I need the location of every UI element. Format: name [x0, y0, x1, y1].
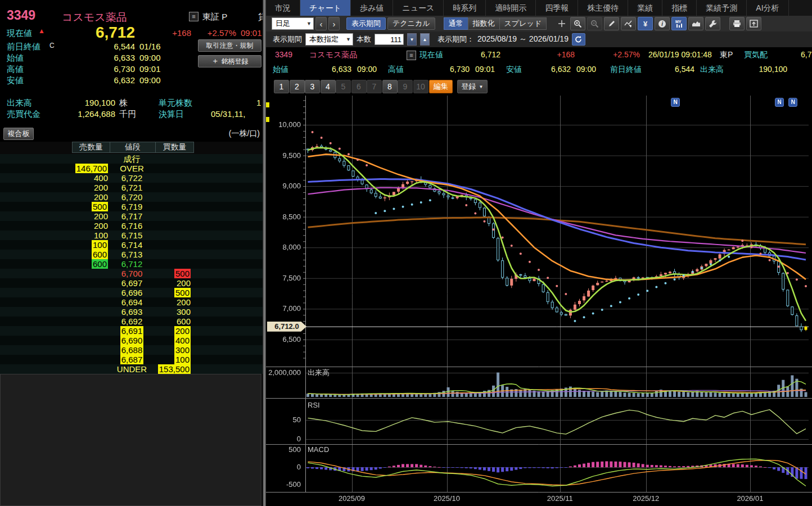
price-cell[interactable]: 6,687 — [108, 355, 156, 364]
book-row[interactable]: 6,692600 — [0, 317, 263, 326]
chart-page-5[interactable]: 5 — [336, 80, 351, 93]
book-row[interactable]: UNDER153,500 — [0, 364, 263, 374]
book-row[interactable]: 6,694200 — [0, 297, 263, 307]
tab-indicator[interactable]: 指標 — [662, 0, 697, 16]
composite-board-button[interactable]: 複合板 — [3, 128, 34, 140]
buy-qty-cell[interactable]: 300 — [156, 307, 191, 317]
count-up-button[interactable]: ▲ — [420, 33, 430, 46]
price-cell[interactable]: 成行 — [108, 154, 156, 164]
technical-button[interactable]: テクニカル — [387, 17, 435, 30]
price-cell[interactable]: 6,714 — [108, 240, 156, 250]
book-row[interactable]: 4006,722 — [0, 173, 263, 183]
area-chart-button[interactable] — [688, 17, 703, 30]
print-button[interactable] — [729, 17, 745, 30]
register-button[interactable]: 登録 ▼ — [457, 80, 488, 93]
buy-qty-cell[interactable]: 200 — [156, 297, 191, 307]
price-cell[interactable]: 6,717 — [108, 211, 156, 221]
buy-qty-cell[interactable]: 200 — [156, 278, 191, 288]
indexed-mode-button[interactable]: 指数化 — [468, 17, 500, 30]
count-down-button[interactable]: ▼ — [407, 33, 417, 46]
count-mode-select[interactable]: 本数指定 ▼ — [305, 33, 353, 46]
book-row[interactable]: 6,693300 — [0, 307, 263, 317]
book-row[interactable]: 6,691200 — [0, 326, 263, 336]
price-cell[interactable]: UNDER — [108, 364, 156, 374]
display-period-button[interactable]: 表示期間 — [346, 17, 386, 30]
news-marker[interactable]: N — [775, 98, 784, 107]
tab-results[interactable]: 業績 — [628, 0, 662, 16]
chart-page-7[interactable]: 7 — [367, 80, 382, 93]
price-cell[interactable]: OVER — [108, 164, 156, 173]
news-marker[interactable]: N — [788, 98, 797, 107]
next-button[interactable]: › — [328, 17, 340, 30]
prev-button[interactable]: ‹ — [315, 17, 327, 30]
price-cell[interactable]: 6,694 — [108, 297, 156, 307]
tab-ai-analysis[interactable]: AI分析 — [747, 0, 788, 16]
chart-page-1[interactable]: 1 — [274, 80, 289, 93]
book-row[interactable]: 6,690400 — [0, 336, 263, 345]
buy-qty-cell[interactable]: 600 — [156, 317, 191, 326]
zoom-out-button[interactable] — [587, 17, 602, 30]
sell-qty-cell[interactable]: 100 — [0, 231, 108, 240]
tab-results-forecast[interactable]: 業績予測 — [697, 0, 747, 16]
book-row[interactable]: 1006,714 — [0, 240, 263, 250]
trading-caution-button[interactable]: 取引注意・規制 — [198, 39, 261, 52]
sell-qty-cell[interactable]: 200 — [0, 211, 108, 221]
chart-page-3[interactable]: 3 — [305, 80, 320, 93]
book-row[interactable]: 2006,717 — [0, 211, 263, 221]
book-row[interactable]: 2006,716 — [0, 221, 263, 231]
normal-mode-button[interactable]: 通常 — [444, 17, 468, 30]
trendline-button[interactable] — [621, 17, 636, 30]
buy-qty-cell[interactable]: 300 — [156, 345, 191, 355]
tab-tick[interactable]: 歩み値 — [351, 0, 393, 16]
popout-button[interactable] — [746, 17, 761, 30]
buy-qty-cell[interactable]: 153,500 — [156, 364, 191, 374]
book-row[interactable]: 2006,721 — [0, 183, 263, 192]
tab-shareholder-benefit[interactable]: 株主優待 — [578, 0, 628, 16]
edit-button[interactable]: 編集 — [429, 80, 453, 93]
price-cell[interactable]: 6,700 — [108, 269, 156, 278]
price-cell[interactable]: 6,696 — [108, 288, 156, 297]
price-cell[interactable]: 6,690 — [108, 336, 156, 345]
sell-qty-cell[interactable]: 146,700 — [0, 164, 108, 173]
book-row[interactable]: 6,700500 — [0, 269, 263, 278]
tab-news[interactable]: ニュース — [393, 0, 444, 16]
sell-qty-cell[interactable]: 200 — [0, 192, 108, 202]
price-cell[interactable]: 6,716 — [108, 221, 156, 231]
price-cell[interactable]: 6,715 — [108, 231, 156, 240]
book-row[interactable]: 6,697200 — [0, 278, 263, 288]
book-row[interactable]: 6,688300 — [0, 345, 263, 355]
price-cell[interactable]: 6,721 — [108, 183, 156, 192]
buy-qty-cell[interactable]: 500 — [156, 288, 191, 297]
chart-page-10[interactable]: 10 — [413, 80, 428, 93]
sell-qty-cell[interactable]: 100 — [0, 240, 108, 250]
price-cell[interactable]: 6,697 — [108, 278, 156, 288]
yen-scale-button[interactable]: ¥ — [638, 17, 653, 30]
chart-page-2[interactable]: 2 — [290, 80, 305, 93]
spread-mode-button[interactable]: スプレッド — [499, 17, 547, 30]
buy-qty-cell[interactable]: 400 — [156, 336, 191, 345]
price-cell[interactable]: 6,713 — [108, 250, 156, 259]
sell-qty-cell[interactable]: 200 — [0, 183, 108, 192]
tab-market[interactable]: 市況 — [266, 0, 300, 16]
book-row[interactable]: 2006,720 — [0, 192, 263, 202]
tab-timely-disclosure[interactable]: 適時開示 — [486, 0, 536, 16]
sell-qty-cell[interactable]: 600 — [0, 250, 108, 259]
price-cell[interactable]: 6,688 — [108, 345, 156, 355]
price-cell[interactable]: 6,692 — [108, 317, 156, 326]
price-chart-canvas[interactable] — [266, 96, 812, 506]
reload-button[interactable] — [572, 33, 585, 46]
chart-page-4[interactable]: 4 — [321, 80, 336, 93]
timeframe-select[interactable]: 日足 ▼ — [272, 17, 314, 30]
book-row[interactable]: 6,696500 — [0, 288, 263, 297]
crosshair-button[interactable] — [554, 17, 569, 30]
price-cell[interactable]: 6,720 — [108, 192, 156, 202]
draw-button[interactable] — [604, 17, 619, 30]
tab-shikiho[interactable]: 四季報 — [536, 0, 578, 16]
price-cell[interactable]: 6,712 — [108, 259, 156, 269]
tab-chart[interactable]: チャート — [300, 0, 351, 16]
settings-button[interactable] — [705, 17, 720, 30]
count-input[interactable] — [375, 34, 404, 45]
book-row[interactable]: 6,687100 — [0, 355, 263, 364]
book-row[interactable]: 5006,719 — [0, 202, 263, 211]
tab-time-series[interactable]: 時系列 — [444, 0, 486, 16]
